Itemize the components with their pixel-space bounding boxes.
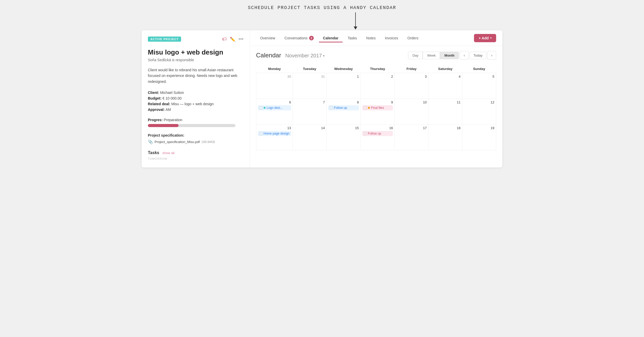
meta-client: Client: Michael Sutton <box>148 91 243 95</box>
month-caret-icon: ▾ <box>323 54 325 58</box>
event-logo-text: Logo desi... <box>267 106 283 110</box>
top-nav: Overview Conversations 2 Calendar Tasks … <box>250 30 502 46</box>
tag-icon[interactable]: 🏷 <box>222 37 227 42</box>
day-nov15: 15 <box>327 125 361 150</box>
calendar-month-label: November 2017 <box>285 53 322 59</box>
file-icon: 📎 <box>148 139 153 144</box>
project-title: Misu logo + web design <box>148 48 243 56</box>
main-container: ACTIVE PROJECT 🏷 ✏️ ••• Misu logo + web … <box>142 30 502 167</box>
day-nov10: 10 <box>395 99 428 125</box>
event-dot-orange <box>368 107 370 109</box>
tab-invoices-label: Invoices <box>385 36 398 40</box>
day-nov6: 6 Logo desi... <box>256 99 293 125</box>
day-oct31: 31 <box>293 73 326 99</box>
task-upcoming-label: TOMORROW <box>148 157 243 160</box>
month-dropdown[interactable]: November 2017 ▾ <box>283 53 324 59</box>
week-row-3: 13 Home page design 14 15 <box>256 125 496 150</box>
show-all-link[interactable]: show all <box>162 151 174 155</box>
annotation-container: SCHEDULE PROJECT TASKS USING A HANDY CAL… <box>5 5 639 10</box>
tab-overview[interactable]: Overview <box>256 34 279 42</box>
tasks-section: Tasks show all TOMORROW <box>148 150 243 160</box>
prev-button[interactable]: ‹ <box>460 51 469 60</box>
filename: Project_specification_Misu.pdf <box>155 140 200 144</box>
day-nov4: 4 <box>428 73 462 99</box>
tab-calendar[interactable]: Calendar <box>319 34 343 42</box>
today-button[interactable]: Today <box>470 52 486 59</box>
arrow-container <box>5 12 639 30</box>
calendar-title: Calendar <box>256 52 281 59</box>
progress-label: Progres: Preparation <box>148 118 243 122</box>
view-week-button[interactable]: Week <box>423 52 440 59</box>
add-chevron-icon: ▾ <box>490 37 492 39</box>
event-checkbox-icon-5 <box>364 132 367 135</box>
left-panel: ACTIVE PROJECT 🏷 ✏️ ••• Misu logo + web … <box>142 30 250 167</box>
view-controls: Day Week Month ‹ Today › <box>408 51 496 60</box>
add-button-label: + Add <box>479 36 489 40</box>
progress-bar-bg <box>148 124 235 127</box>
conversations-badge: 2 <box>309 36 314 40</box>
event-homepage[interactable]: Home page design <box>258 131 291 136</box>
tab-orders-label: Orders <box>408 36 419 40</box>
more-icon[interactable]: ••• <box>239 37 243 42</box>
col-tuesday: Tuesday <box>293 65 326 73</box>
event-follow-up-1[interactable]: Follow up <box>328 105 359 110</box>
progress-bar-fill <box>148 124 179 127</box>
day-nov19: 19 <box>462 125 496 150</box>
day-nov5: 5 <box>462 73 496 99</box>
event-final-files[interactable]: Final files <box>362 105 393 110</box>
day-nov17: 17 <box>395 125 428 150</box>
col-sunday: Sunday <box>462 65 496 73</box>
calendar-header-row: Monday Tuesday Wednesday Thursday Friday… <box>256 65 496 73</box>
tab-conversations[interactable]: Conversations 2 <box>280 34 318 42</box>
next-button[interactable]: › <box>487 51 496 60</box>
event-finalfiles-text: Final files <box>371 106 384 110</box>
day-nov8: 8 Follow up <box>327 99 361 125</box>
day-nov9: 9 Final files <box>361 99 395 125</box>
col-saturday: Saturday <box>428 65 462 73</box>
description: Client would like to rebrand his small A… <box>148 67 243 84</box>
project-actions: 🏷 ✏️ ••• <box>222 37 243 42</box>
arrow-head <box>354 26 357 30</box>
col-monday: Monday <box>256 65 293 73</box>
day-nov1: 1 <box>327 73 361 99</box>
col-thursday: Thursday <box>361 65 395 73</box>
tab-conversations-label: Conversations <box>284 36 308 40</box>
calendar-area: Calendar November 2017 ▾ Day Week Month … <box>250 46 502 167</box>
arrow-shaft <box>355 12 356 26</box>
event-follow-up-2[interactable]: Follow up <box>362 131 393 136</box>
tab-calendar-label: Calendar <box>323 36 338 40</box>
spec-title: Project specification: <box>148 133 243 137</box>
tasks-header: Tasks show all <box>148 150 243 155</box>
event-checkbox-icon-2 <box>330 106 333 109</box>
tab-notes-label: Notes <box>366 36 376 40</box>
view-day-button[interactable]: Day <box>408 52 423 59</box>
event-dot-green <box>264 107 266 109</box>
edit-icon[interactable]: ✏️ <box>230 37 235 42</box>
tab-tasks[interactable]: Tasks <box>344 34 361 42</box>
day-nov3: 3 <box>395 73 428 99</box>
event-checkbox-icon <box>259 106 262 109</box>
tab-tasks-label: Tasks <box>348 36 357 40</box>
right-panel: Overview Conversations 2 Calendar Tasks … <box>250 30 502 167</box>
event-checkbox-icon-4 <box>259 132 262 135</box>
meta-section: Client: Michael Sutton Budget: € 10 000.… <box>148 91 243 112</box>
tab-invoices[interactable]: Invoices <box>381 34 402 42</box>
day-nov2: 2 <box>361 73 395 99</box>
tab-notes[interactable]: Notes <box>362 34 380 42</box>
event-logo-design[interactable]: Logo desi... <box>258 105 291 110</box>
active-badge: ACTIVE PROJECT <box>148 37 181 42</box>
day-oct30: 30 <box>256 73 293 99</box>
day-nov13: 13 Home page design <box>256 125 293 150</box>
view-month-button[interactable]: Month <box>440 52 459 59</box>
calendar-header: Calendar November 2017 ▾ Day Week Month … <box>256 51 496 60</box>
week-row-2: 6 Logo desi... 7 8 <box>256 99 496 125</box>
tab-orders[interactable]: Orders <box>403 34 423 42</box>
add-button[interactable]: + Add ▾ <box>474 34 496 42</box>
responsible: Soňa Sedlická is responsible <box>148 58 243 62</box>
event-homepage-text: Home page design <box>264 132 290 135</box>
col-friday: Friday <box>395 65 428 73</box>
tasks-title: Tasks <box>148 150 159 155</box>
day-nov7: 7 <box>293 99 326 125</box>
tab-overview-label: Overview <box>260 36 275 40</box>
spec-file[interactable]: 📎 Project_specification_Misu.pdf 199.94K… <box>148 139 243 144</box>
